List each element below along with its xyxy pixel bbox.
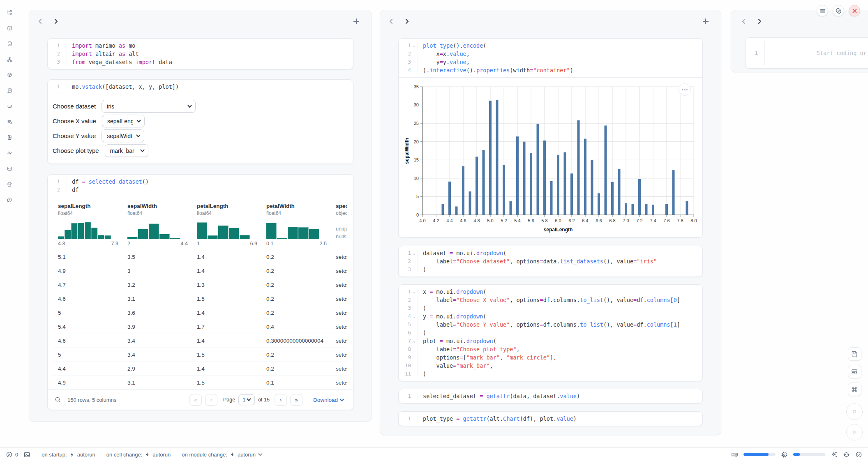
- code-editor[interactable]: 1plot_type = getattr(alt.Chart(df), plot…: [399, 412, 702, 426]
- table-row[interactable]: 5.13.51.40.2setosa: [53, 250, 347, 264]
- error-count-button[interactable]: 0: [6, 451, 18, 458]
- code-editor[interactable]: 1⌄plot_type().encode(2 x=x.value,3 y=y.v…: [399, 39, 702, 77]
- prev-page-button[interactable]: ‹: [205, 394, 217, 406]
- table-cell: 0.2: [262, 366, 331, 372]
- dropdown-label: Choose Y value: [53, 132, 96, 139]
- fold-chevron-icon[interactable]: ⌄: [411, 288, 418, 296]
- connection-status-icon[interactable]: [855, 451, 862, 458]
- tracing-icon[interactable]: [5, 148, 15, 158]
- resource-indicators: [731, 451, 862, 458]
- runtime-config-item[interactable]: on module change:autorun: [182, 452, 262, 458]
- code-editor[interactable]: 1mo.vstack([dataset, x, y, plot]): [48, 80, 353, 94]
- packages-icon[interactable]: [5, 70, 15, 80]
- table-row[interactable]: 4.931.40.2setosa: [53, 264, 347, 278]
- dropdown-select[interactable]: sepalLength: [102, 115, 145, 127]
- table-row[interactable]: 4.73.21.30.2setosa: [53, 278, 347, 292]
- dropdown-select[interactable]: sepalWidth: [102, 129, 144, 142]
- menu-icon[interactable]: [817, 5, 828, 16]
- collapse-left-icon[interactable]: [36, 17, 45, 25]
- collapse-right-icon[interactable]: [402, 17, 411, 25]
- datasources-icon[interactable]: [5, 39, 15, 49]
- fold-chevron-icon[interactable]: ⌄: [411, 337, 418, 345]
- code-line: 1df = selected_dataset(): [48, 177, 353, 186]
- table-cell: setosa: [331, 268, 347, 274]
- search-icon[interactable]: [54, 396, 62, 403]
- table-cell: 0.2: [262, 310, 331, 316]
- column-histogram: [127, 220, 181, 239]
- column-meta: unique:nulls:: [336, 225, 347, 241]
- collapse-left-icon[interactable]: [387, 17, 396, 25]
- table-row[interactable]: 53.41.50.2setosa: [53, 348, 347, 362]
- shutdown-close-icon[interactable]: [849, 5, 860, 16]
- table-row[interactable]: 5.43.91.70.4setosa: [53, 320, 347, 334]
- fold-chevron-icon[interactable]: ⌄: [411, 249, 418, 257]
- documentation-icon[interactable]: [5, 132, 15, 143]
- code-editor[interactable]: 1df = selected_dataset()2df: [48, 175, 353, 197]
- add-cell-icon[interactable]: [701, 17, 710, 25]
- run-button[interactable]: [846, 424, 863, 440]
- table-row[interactable]: 4.63.41.40.30000000000000004setosa: [53, 334, 347, 348]
- table-row[interactable]: 4.93.11.50.1setosa: [53, 376, 347, 390]
- code-editor[interactable]: 1⌄dataset = mo.ui.dropdown(2 label="Choo…: [399, 246, 702, 277]
- column-max: 6.9: [250, 241, 257, 247]
- variables-icon[interactable]: f: [5, 23, 15, 33]
- code-editor[interactable]: 1import marimo as mo2import altair as al…: [48, 39, 353, 69]
- line-number: 2: [399, 50, 411, 58]
- column-header[interactable]: sepalLengthfloat644.37.9: [53, 203, 123, 247]
- editor-placeholder: Start coding or: [817, 50, 868, 56]
- snippets-icon[interactable]: [5, 117, 15, 127]
- table-cell: 2.9: [123, 366, 192, 372]
- file-tree-icon[interactable]: [5, 7, 15, 18]
- fold-chevron-icon[interactable]: ⌄: [411, 41, 418, 50]
- table-row[interactable]: 53.61.40.2setosa: [53, 306, 347, 320]
- code-editor[interactable]: 1selected_dataset = getattr(data, datase…: [399, 389, 702, 403]
- collapse-left-icon[interactable]: [739, 17, 748, 25]
- column-header[interactable]: petalWidthfloat640.12.5: [262, 203, 331, 247]
- download-label: Download: [313, 397, 338, 403]
- fold-chevron-icon[interactable]: ⌄: [411, 312, 418, 320]
- dependency-graph-icon[interactable]: [5, 54, 15, 65]
- copilot-icon[interactable]: [843, 451, 850, 458]
- command-shortcuts-icon[interactable]: [848, 383, 861, 396]
- collapse-right-icon[interactable]: [51, 17, 60, 25]
- code-editor[interactable]: 1 Start coding or generate with: [746, 38, 868, 68]
- runtime-config-item[interactable]: on cell change:autorun: [106, 452, 171, 458]
- dropdown-select[interactable]: iris: [102, 100, 196, 113]
- first-page-button[interactable]: «: [189, 394, 202, 406]
- code-line: 1selected_dataset = getattr(data, datase…: [399, 392, 702, 400]
- chart-actions-icon[interactable]: [679, 83, 691, 96]
- chat-icon[interactable]: [5, 101, 15, 111]
- layout-grid-icon[interactable]: [848, 365, 861, 378]
- table-cell: 5: [53, 310, 123, 316]
- scratchpad-icon[interactable]: [5, 164, 15, 174]
- runtime-config-item[interactable]: on startup:autorun: [42, 452, 95, 458]
- stop-button[interactable]: [846, 403, 863, 420]
- altair-chart[interactable]: 4.04.24.44.64.85.05.25.45.65.86.06.26.46…: [404, 81, 698, 235]
- last-page-button[interactable]: »: [290, 394, 302, 406]
- table-row[interactable]: 4.63.11.50.2setosa: [53, 292, 347, 306]
- column-header[interactable]: sepalWidthfloat6424.4: [123, 203, 192, 247]
- collapse-right-icon[interactable]: [755, 17, 764, 25]
- notebook-icon[interactable]: [5, 179, 15, 189]
- download-button[interactable]: Download: [311, 396, 346, 403]
- add-cell-icon[interactable]: [352, 17, 361, 25]
- ai-sparkles-icon[interactable]: [831, 451, 838, 458]
- table-cell: 0.2: [262, 352, 331, 358]
- next-page-button[interactable]: ›: [275, 394, 287, 406]
- terminal-icon[interactable]: [23, 451, 30, 458]
- code-editor[interactable]: 1⌄x = mo.ui.dropdown(2 label="Choose X v…: [399, 285, 702, 381]
- column-header[interactable]: speciesobjectunique:nulls:: [331, 203, 347, 247]
- table-cell: setosa: [331, 380, 347, 386]
- page-select[interactable]: 1: [238, 394, 255, 405]
- help-icon[interactable]: ?: [5, 195, 15, 205]
- dropdown-select[interactable]: mark_bar: [105, 144, 148, 157]
- table-cell: 3.2: [123, 282, 192, 288]
- table-row[interactable]: 4.42.91.40.2setosa: [53, 362, 347, 376]
- logs-icon[interactable]: [5, 85, 15, 96]
- column-header[interactable]: petalLengthfloat6416.9: [192, 203, 262, 247]
- save-icon[interactable]: [848, 347, 861, 361]
- divider: [36, 451, 36, 458]
- svg-text:6.6: 6.6: [596, 218, 602, 223]
- settings-gear-icon[interactable]: [833, 5, 844, 16]
- table-cell: 0.2: [262, 254, 331, 260]
